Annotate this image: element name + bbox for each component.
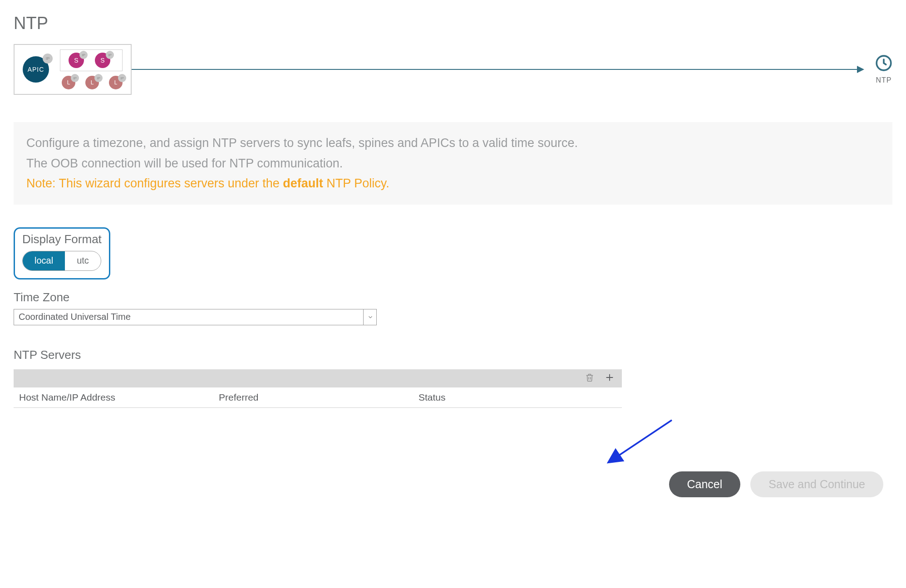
- leaf-node: L IP: [109, 76, 123, 89]
- info-line: The OOB connection will be used for NTP …: [26, 153, 880, 174]
- column-host: Host Name/IP Address: [19, 392, 219, 403]
- apic-node: APIC IP: [23, 56, 49, 83]
- column-preferred: Preferred: [219, 392, 419, 403]
- time-zone-label: Time Zone: [14, 290, 892, 304]
- clock-icon: [875, 54, 892, 74]
- info-note: Note: This wizard configures servers und…: [26, 173, 880, 194]
- save-continue-button: Save and Continue: [750, 471, 883, 497]
- column-status: Status: [419, 392, 616, 403]
- time-zone-select[interactable]: [14, 309, 377, 325]
- switch-group: S IP S IP L IP L IP L IP: [60, 49, 123, 89]
- spines-box: S IP S IP: [60, 49, 123, 71]
- arrow-connector: [132, 69, 863, 70]
- display-format-section: Display Format local utc: [14, 227, 892, 279]
- info-box: Configure a timezone, and assign NTP ser…: [14, 122, 892, 205]
- leaves-row: L IP L IP L IP: [60, 76, 123, 89]
- display-format-toggle[interactable]: local utc: [22, 251, 101, 271]
- svg-line-1: [617, 420, 672, 456]
- ntp-servers-header: Host Name/IP Address Preferred Status: [14, 387, 622, 408]
- footer-actions: Cancel Save and Continue: [14, 471, 892, 497]
- time-zone-section: Time Zone: [14, 290, 892, 325]
- topology-row: APIC IP S IP S IP L IP L: [14, 44, 892, 95]
- ntp-servers-toolbar: [14, 369, 622, 387]
- ntp-target-label: NTP: [876, 76, 892, 84]
- delete-server-button[interactable]: [585, 372, 595, 384]
- leaf-node: L IP: [62, 76, 75, 89]
- fabric-topology: APIC IP S IP S IP L IP L: [14, 44, 132, 95]
- ip-badge-icon: IP: [106, 51, 114, 59]
- ip-badge-icon: IP: [43, 54, 53, 64]
- cancel-button[interactable]: Cancel: [669, 471, 741, 497]
- ip-badge-icon: IP: [94, 74, 103, 82]
- ntp-servers-section: NTP Servers Host Name/IP Address Preferr…: [14, 348, 622, 408]
- spine-node: S IP: [95, 53, 110, 68]
- ip-badge-icon: IP: [71, 74, 79, 82]
- note-prefix: Note: This wizard configures servers und…: [26, 176, 283, 190]
- display-format-label: Display Format: [22, 232, 102, 246]
- spine-node: S IP: [69, 53, 84, 68]
- note-bold: default: [283, 176, 323, 190]
- ip-badge-icon: IP: [79, 51, 88, 59]
- ntp-servers-label: NTP Servers: [14, 348, 622, 362]
- trash-icon: [585, 372, 595, 384]
- page-title: NTP: [14, 14, 892, 33]
- add-server-button[interactable]: [605, 372, 615, 384]
- ntp-target: NTP: [875, 54, 892, 84]
- info-line: Configure a timezone, and assign NTP ser…: [26, 133, 880, 153]
- leaf-node: L IP: [85, 76, 99, 89]
- display-format-local-button[interactable]: local: [23, 251, 65, 270]
- annotation-arrow-icon: [604, 416, 676, 466]
- plus-icon: [605, 372, 615, 384]
- ip-badge-icon: IP: [118, 74, 126, 82]
- display-format-utc-button[interactable]: utc: [65, 251, 101, 270]
- note-suffix: NTP Policy.: [323, 176, 389, 190]
- time-zone-field[interactable]: [14, 309, 377, 325]
- display-format-highlight: Display Format local utc: [14, 227, 110, 279]
